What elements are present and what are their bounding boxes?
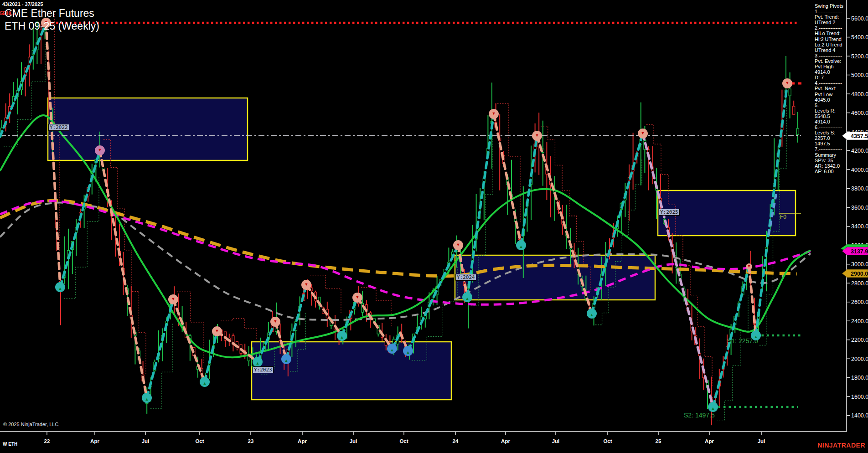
- zigzag-up-leg: [205, 331, 217, 382]
- pivot-down-arrow-icon: ▼: [98, 148, 102, 152]
- year-box: [252, 342, 451, 400]
- chart-title-line2: ETH 09-25 (Weekly): [5, 20, 99, 32]
- candle-body: [793, 106, 795, 114]
- pivot-up-arrow-icon: ▲: [590, 313, 594, 317]
- panel-line: D: 7: [815, 75, 847, 80]
- time-tick-label: Oct: [399, 438, 408, 444]
- time-axis[interactable]: 22AprJulOct23AprJulOct24AprJulOct25AprJu…: [0, 432, 847, 444]
- price-tick-label: 5200.0: [851, 53, 868, 60]
- pivot-up-arrow-icon: ▲: [711, 406, 715, 411]
- trailing-stop-red: [497, 103, 520, 222]
- copyright-text: © 2025 NinjaTrader, LLC: [3, 422, 58, 427]
- year-box: [48, 98, 248, 160]
- pivot-down-arrow-icon: ▼: [785, 81, 790, 85]
- price-tick-label: 2400.0: [851, 318, 868, 324]
- zigzag-down-leg: [100, 150, 147, 398]
- time-tick-label: Jul: [758, 438, 765, 444]
- price-tick-label: 3600.0: [851, 205, 868, 211]
- price-marker-value: 3137.9: [851, 248, 868, 255]
- price-tick-label: 1600.0: [851, 394, 868, 400]
- year-box-label-y2022: Y:2022: [48, 124, 69, 131]
- trailing-stop-green: [64, 176, 99, 299]
- pivot-down-arrow-icon: ▼: [535, 133, 539, 138]
- panel-line: 4914.0: [815, 69, 847, 75]
- candle-body: [789, 89, 791, 96]
- pivot-up-arrow-icon: ▲: [340, 335, 344, 340]
- panel-line: 3.--------------: [815, 53, 847, 58]
- pivot-up-arrow-icon: ▲: [406, 350, 410, 355]
- price-tick-label: 5400.0: [851, 34, 868, 41]
- price-tick-label: 2200.0: [851, 337, 868, 343]
- price-tick-label: 5600.0: [851, 15, 868, 22]
- panel-line: Pvt. Evolve:: [815, 58, 847, 64]
- year-box-label-y2024: Y:2024: [455, 274, 476, 281]
- pivot-up-arrow-icon: ▲: [58, 286, 62, 291]
- candle-body: [373, 319, 376, 321]
- price-tick-label: 3000.0: [851, 261, 868, 268]
- pivot-down-arrow-icon: ▼: [171, 297, 176, 301]
- panel-line: Pvt High: [815, 64, 847, 69]
- price-axis[interactable]: 5600.05400.05200.05000.04800.04600.04400…: [847, 0, 868, 432]
- price-tick-label: 5000.0: [851, 72, 868, 78]
- swing-pivots-panel: Swing Pivots1.--------------Pvt. Trend:U…: [815, 3, 847, 174]
- price-tick-label: 4600.0: [851, 110, 868, 116]
- panel-line: Hi:2 UTrend: [815, 36, 847, 42]
- price-tick-label: 4200.0: [851, 148, 868, 154]
- ninjatrader-watermark: NINJATRADER: [817, 442, 865, 449]
- price-tick-label: 4000.0: [851, 167, 868, 173]
- zigzag-down-leg: [494, 114, 521, 245]
- pivot-up-arrow-icon: ▲: [519, 244, 523, 249]
- panel-line: 1.--------------: [815, 9, 847, 14]
- pivot-up-arrow-icon: ▲: [284, 358, 289, 363]
- price-tick-label: 3800.0: [851, 185, 868, 192]
- pivot-down-arrow-icon: ▼: [492, 111, 496, 116]
- pivot-up-arrow-icon: ▲: [203, 381, 207, 386]
- panel-line: 2257.0: [815, 135, 847, 141]
- pivot-down-arrow-icon: ▼: [641, 131, 645, 135]
- panel-line: Pvt Low: [815, 92, 847, 97]
- pivot-up-arrow-icon: ▲: [390, 348, 394, 352]
- pivot-down-arrow-icon: ▼: [305, 282, 309, 287]
- price-marker-value: 2900.0: [851, 271, 868, 277]
- zigzag-down-leg: [306, 285, 342, 336]
- time-tick-label: Jul: [142, 438, 150, 444]
- panel-line: 6.--------------: [815, 124, 847, 130]
- time-tick-label: 24: [453, 438, 459, 444]
- zigzag-up-leg: [342, 298, 357, 336]
- zigzag-up-leg: [60, 150, 100, 287]
- panel-line: AR: 1342.0: [815, 163, 847, 169]
- trailing-stop-red: [646, 124, 712, 387]
- pivot-up-arrow-icon: ▲: [256, 361, 260, 365]
- time-tick-label: Apr: [90, 438, 99, 444]
- trailing-stop-green: [717, 295, 748, 420]
- time-tick-label: Apr: [501, 438, 510, 444]
- time-tick-label: Apr: [298, 438, 307, 444]
- pivot-up-arrow-icon: ▲: [754, 335, 758, 339]
- price-chart-canvas[interactable]: 5548.5S1: 2257.0S2: 1497.5F0▼▲▼▲▼▲▼▲▼▲▼▲…: [0, 0, 868, 453]
- pivot-down-arrow-icon: ▼: [215, 329, 219, 333]
- panel-line: HiLo Trend:: [815, 31, 847, 36]
- price-tick-label: 2000.0: [851, 356, 868, 362]
- price-tick-label: 2600.0: [851, 299, 868, 305]
- panel-line: Levels S:: [815, 130, 847, 135]
- panel-line: AF: 6.00: [815, 169, 847, 174]
- price-tick-label: 2800.0: [851, 280, 868, 287]
- panel-line: 5548.5: [815, 113, 847, 119]
- panel-line: UTrend 4: [815, 47, 847, 53]
- time-tick-label: Jul: [350, 438, 357, 444]
- price-marker-value: 4357.5: [851, 133, 868, 139]
- zigzag-up-leg: [713, 267, 749, 407]
- panel-line: 2.--------------: [815, 25, 847, 31]
- pivot-down-arrow-icon: ▼: [456, 242, 460, 247]
- chart-title-line1: CME Ether Futures: [5, 7, 99, 20]
- panel-line: 1497.5: [815, 141, 847, 146]
- time-tick-label: Oct: [195, 438, 204, 444]
- zigzag-down-leg: [357, 298, 392, 349]
- time-tick-label: 23: [248, 438, 254, 444]
- instrument-label: W ETH: [3, 442, 17, 447]
- panel-line: UTrend 2: [815, 20, 847, 25]
- pivot-down-arrow-icon: ▼: [356, 295, 360, 299]
- pivot-down-arrow-icon: ▼: [747, 264, 751, 268]
- panel-line: Swing Pivots: [815, 3, 847, 9]
- panel-line: 4.--------------: [815, 80, 847, 86]
